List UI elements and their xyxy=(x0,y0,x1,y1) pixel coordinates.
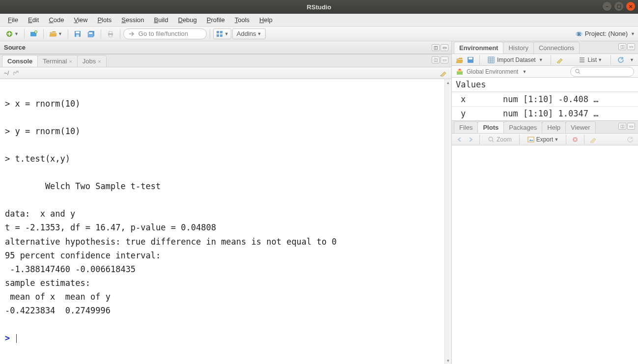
tab-plots[interactable]: Plots xyxy=(477,121,504,133)
svg-rect-10 xyxy=(109,31,112,33)
console-pane-minimize-button[interactable]: ◫ xyxy=(432,56,440,63)
env-values-header: Values xyxy=(452,78,638,92)
console-output[interactable]: > x = rnorm(10) > y = rnorm(10) > t.test… xyxy=(0,79,444,364)
workspace-panes-button[interactable]: ▼ xyxy=(213,28,231,39)
env-variable-row[interactable]: xnum [1:10] -0.408 … xyxy=(452,92,638,106)
console-pane-maximize-button[interactable]: ▭ xyxy=(441,56,448,63)
env-toolbar: Import Dataset▼ List▼ ▼ xyxy=(452,54,638,66)
menu-help[interactable]: Help xyxy=(255,15,277,25)
menu-bar: File Edit Code View Plots Session Build … xyxy=(0,14,638,27)
tab-console[interactable]: Console xyxy=(2,55,38,67)
plus-circle-icon xyxy=(5,30,13,38)
tab-connections[interactable]: Connections xyxy=(533,42,580,54)
env-var-name: x xyxy=(452,92,501,106)
floppy-icon xyxy=(74,30,82,38)
refresh-icon[interactable] xyxy=(617,56,625,64)
folder-open-icon xyxy=(49,30,57,38)
plot-zoom-button[interactable]: Zoom xyxy=(485,134,514,145)
env-var-value: num [1:10] -0.408 … xyxy=(501,92,638,106)
menu-tools[interactable]: Tools xyxy=(231,15,253,25)
env-var-name: y xyxy=(452,107,501,120)
save-all-button[interactable] xyxy=(85,28,98,39)
env-var-value: num [1:10] 1.0347 … xyxy=(501,107,638,120)
import-grid-icon xyxy=(487,56,495,64)
panes-grid-icon xyxy=(216,30,223,38)
tab-environment[interactable]: Environment xyxy=(454,42,503,54)
env-search-input[interactable] xyxy=(570,67,634,77)
scroll-down-icon[interactable]: ▾ xyxy=(445,357,451,364)
source-pane-maximize-button[interactable]: ▭ xyxy=(441,44,448,51)
project-add-icon xyxy=(30,30,38,38)
cursor xyxy=(16,334,17,343)
plot-prev-icon[interactable] xyxy=(456,136,464,143)
menu-session[interactable]: Session xyxy=(117,15,148,25)
menu-profile[interactable]: Profile xyxy=(203,15,229,25)
window-titlebar: RStudio – ☐ ✕ xyxy=(0,0,638,14)
tab-terminal[interactable]: Terminal × xyxy=(37,55,78,67)
window-minimize-button[interactable]: – xyxy=(603,2,611,11)
menu-view[interactable]: View xyxy=(70,15,91,25)
save-workspace-icon[interactable] xyxy=(467,56,474,64)
console-prompt: > xyxy=(5,333,10,343)
save-button[interactable] xyxy=(71,28,84,39)
tab-packages[interactable]: Packages xyxy=(503,121,542,133)
import-dataset-button[interactable]: Import Dataset▼ xyxy=(485,55,546,65)
menu-plots[interactable]: Plots xyxy=(93,15,115,25)
env-tabs-row: Environment History Connections ◫ ▭ xyxy=(452,41,638,54)
svg-rect-8 xyxy=(89,32,92,34)
load-workspace-icon[interactable] xyxy=(456,56,464,64)
menu-file[interactable]: File xyxy=(4,15,22,25)
open-file-button[interactable]: ▼ xyxy=(47,28,65,39)
plots-toolbar: Zoom Export▼ xyxy=(452,134,638,145)
r-project-icon: R xyxy=(575,30,583,38)
tab-history[interactable]: History xyxy=(503,42,533,54)
env-scope-label[interactable]: Global Environment xyxy=(467,68,518,75)
scroll-up-icon[interactable]: ▴ xyxy=(445,79,451,86)
plot-refresh-icon[interactable] xyxy=(626,136,634,143)
env-scope-bar: Global Environment▼ xyxy=(452,66,638,78)
window-maximize-button[interactable]: ☐ xyxy=(614,2,623,11)
clear-console-icon[interactable] xyxy=(440,69,447,77)
console-scrollbar[interactable]: ▴ ▾ xyxy=(444,79,451,364)
tab-jobs[interactable]: Jobs × xyxy=(77,55,107,67)
plots-pane-maximize-button[interactable]: ▭ xyxy=(627,123,635,130)
env-pane-maximize-button[interactable]: ▭ xyxy=(627,43,635,50)
print-button[interactable] xyxy=(104,28,117,39)
menu-code[interactable]: Code xyxy=(45,15,68,25)
main-toolbar: ▼ ▼ Go to file/function xyxy=(0,27,638,41)
close-icon[interactable]: × xyxy=(69,58,72,64)
env-pane-minimize-button[interactable]: ◫ xyxy=(618,43,626,50)
menu-build[interactable]: Build xyxy=(150,15,172,25)
env-view-mode-button[interactable]: List▼ xyxy=(576,55,605,65)
clear-workspace-icon[interactable] xyxy=(556,56,564,64)
plots-pane-minimize-button[interactable]: ◫ xyxy=(618,123,626,130)
goto-file-function-input[interactable]: Go to file/function xyxy=(123,28,207,39)
close-icon[interactable]: × xyxy=(98,58,101,64)
plot-clear-all-icon[interactable] xyxy=(589,136,597,143)
plot-export-button[interactable]: Export▼ xyxy=(525,134,561,145)
plot-remove-icon[interactable] xyxy=(571,136,579,143)
goto-placeholder: Go to file/function xyxy=(139,30,188,37)
env-variable-list: Values xnum [1:10] -0.408 …ynum [1:10] 1… xyxy=(452,78,638,120)
menu-debug[interactable]: Debug xyxy=(174,15,201,25)
env-variable-row[interactable]: ynum [1:10] 1.0347 … xyxy=(452,106,638,120)
goto-arrow-icon xyxy=(128,30,136,38)
plot-next-icon[interactable] xyxy=(467,136,474,143)
project-label: Project: (None) xyxy=(585,30,628,37)
popout-icon[interactable] xyxy=(12,69,20,77)
tab-files[interactable]: Files xyxy=(454,121,478,133)
tab-viewer[interactable]: Viewer xyxy=(565,121,596,133)
window-title: RStudio xyxy=(307,3,332,11)
source-pane-restore-button[interactable]: ◫ xyxy=(432,44,440,51)
menu-edit[interactable]: Edit xyxy=(24,15,43,25)
console-subtoolbar: ~/ xyxy=(0,67,451,79)
addins-menu[interactable]: Addins▼ xyxy=(232,28,266,39)
plots-tabs-row: Files Plots Packages Help Viewer ◫ ▭ xyxy=(452,121,638,134)
new-project-button[interactable] xyxy=(28,28,40,39)
console-tabs-row: Console Terminal × Jobs × ◫ ▭ xyxy=(0,55,451,67)
source-pane-title: Source xyxy=(4,44,26,51)
project-menu[interactable]: R Project: (None)▼ xyxy=(575,30,635,38)
window-close-button[interactable]: ✕ xyxy=(626,2,635,11)
tab-help[interactable]: Help xyxy=(542,121,566,133)
new-file-button[interactable]: ▼ xyxy=(3,28,21,39)
